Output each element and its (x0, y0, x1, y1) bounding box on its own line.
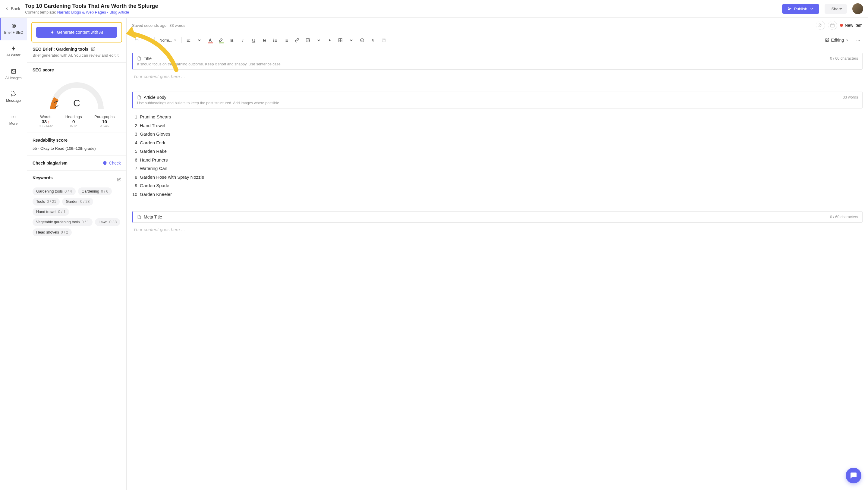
metric-paragraphs-label: Paragraphs (94, 115, 115, 119)
rail-ai-images[interactable]: AI Images (0, 63, 27, 86)
chevron-down-icon (809, 7, 814, 11)
image-icon (306, 38, 310, 42)
keyword-chip[interactable]: Vegetable gardening tools0 / 1 (33, 218, 93, 226)
keyword-chip[interactable]: Tools0 / 21 (33, 198, 60, 206)
keywords-heading: Keywords (33, 175, 53, 180)
template-link[interactable]: Narrato Blogs & Web Pages - Blog Article (57, 10, 129, 14)
readability-value: 55 - Okay to Read (10th-12th grade) (33, 146, 121, 151)
clear-format-button[interactable] (369, 36, 378, 44)
keyword-chip[interactable]: Garden0 / 28 (62, 198, 93, 206)
dots-icon (856, 38, 861, 42)
link-icon (295, 38, 299, 42)
publish-button[interactable]: Publish (782, 4, 819, 14)
highlight-button[interactable] (217, 36, 226, 44)
keyword-chips: Gardening tools0 / 4Gardening0 / 6Tools0… (33, 187, 121, 236)
align-left-icon (186, 38, 191, 42)
emoji-button[interactable] (358, 36, 367, 44)
svg-point-18 (857, 40, 857, 40)
bullet-list-button[interactable] (271, 36, 280, 44)
check-plagiarism-button[interactable]: Check (102, 161, 121, 165)
keyword-chip[interactable]: Hand trowel0 / 1 (33, 208, 69, 216)
metric-words-value: 33 (41, 119, 47, 124)
keyword-chip[interactable]: Lawn0 / 8 (95, 218, 120, 226)
bold-button[interactable]: B (227, 36, 237, 44)
metric-paragraphs-value: 10 (94, 119, 115, 124)
rail-ai-writer[interactable]: AI Writer (0, 40, 27, 63)
save-icon (381, 38, 386, 42)
italic-button[interactable]: I (239, 36, 247, 44)
chevron-down-icon (197, 38, 202, 42)
add-collaborator-button[interactable] (816, 21, 825, 30)
table-icon (338, 38, 343, 42)
link-button[interactable] (293, 36, 302, 44)
chevron-down-icon (846, 38, 849, 41)
svg-point-1 (13, 25, 14, 27)
table-button[interactable] (336, 36, 345, 44)
share-button[interactable]: Share (825, 4, 847, 14)
rail-message[interactable]: Message (0, 86, 27, 109)
rail-brief-seo[interactable]: Brief + SEO (0, 18, 27, 40)
brief-title: SEO Brief : Gardening tools (33, 47, 88, 52)
svg-point-11 (274, 38, 274, 39)
meta-title-input[interactable]: Your content goes here ... (133, 227, 861, 232)
block-body-meta: 33 words (843, 95, 858, 99)
status-new-item[interactable]: New Item (840, 23, 863, 28)
generate-label: Generate content with AI (57, 30, 103, 35)
strike-button[interactable]: S (260, 36, 269, 44)
edit-icon[interactable] (117, 178, 121, 182)
readability-heading: Readability score (33, 138, 121, 143)
table-dropdown[interactable] (347, 36, 356, 44)
target-icon (11, 23, 17, 29)
chevron-left-icon (5, 7, 9, 11)
chat-fab[interactable] (846, 468, 861, 483)
svg-point-0 (12, 24, 16, 28)
generate-content-button[interactable]: Generate content with AI (36, 27, 117, 38)
seo-gauge: C (44, 76, 110, 112)
image-dropdown[interactable] (314, 36, 323, 44)
play-icon (327, 38, 332, 42)
rail-label: AI Writer (6, 53, 20, 57)
block-body-label: Article Body (144, 95, 166, 100)
status-dot-icon (840, 24, 843, 27)
align-dropdown[interactable] (195, 36, 204, 44)
svg-point-9 (819, 24, 820, 25)
rail-more[interactable]: More (0, 109, 27, 131)
content-area: Title 0 / 60 characters It should focus … (127, 47, 868, 490)
underline-button[interactable]: U (249, 36, 258, 44)
metric-headings-range: 8-12 (65, 124, 82, 128)
message-icon (11, 91, 16, 97)
brief-description: Brief generated with AI. You can review … (27, 52, 126, 62)
seo-score-heading: SEO score (33, 67, 121, 72)
dots-icon (11, 114, 16, 120)
number-list-button[interactable] (282, 36, 291, 44)
highlighter-icon (219, 38, 223, 42)
edit-icon[interactable] (91, 47, 95, 51)
svg-point-19 (858, 40, 858, 40)
more-toolbar-button[interactable] (854, 36, 863, 44)
chat-icon (850, 472, 857, 479)
bolt-icon (50, 30, 55, 34)
seo-sidebar: Generate content with AI SEO Brief : Gar… (27, 18, 127, 490)
text-color-button[interactable]: A (206, 36, 215, 44)
save-button[interactable] (379, 36, 389, 44)
keyword-chip[interactable]: Gardening0 / 6 (78, 187, 112, 195)
editing-mode-select[interactable]: Editing (822, 36, 852, 44)
keyword-chip[interactable]: Head shovels0 / 2 (33, 228, 72, 236)
gauge-grade: C (73, 98, 80, 109)
body-editor[interactable]: Pruning ShearsHand TrowelGarden GlovesGa… (132, 109, 863, 203)
svg-point-13 (274, 41, 274, 41)
page-title: Top 10 Gardening Tools That Are Worth th… (25, 3, 777, 9)
svg-rect-17 (382, 38, 385, 41)
video-button[interactable] (325, 36, 334, 44)
image-button[interactable] (304, 36, 313, 44)
chevron-down-icon (316, 38, 321, 42)
back-button[interactable]: Back (5, 6, 20, 11)
editor-pane: Saved seconds ago 33 words New Item (127, 18, 868, 490)
left-rail: Brief + SEO AI Writer AI Images Message … (0, 18, 27, 490)
calendar-button[interactable] (828, 21, 837, 30)
rail-label: Message (6, 98, 21, 103)
keyword-chip[interactable]: Gardening tools0 / 4 (33, 187, 76, 195)
avatar[interactable] (852, 3, 863, 14)
list-item: Pruning Shears (140, 113, 861, 121)
title-input[interactable]: Your content goes here ... (133, 74, 861, 79)
